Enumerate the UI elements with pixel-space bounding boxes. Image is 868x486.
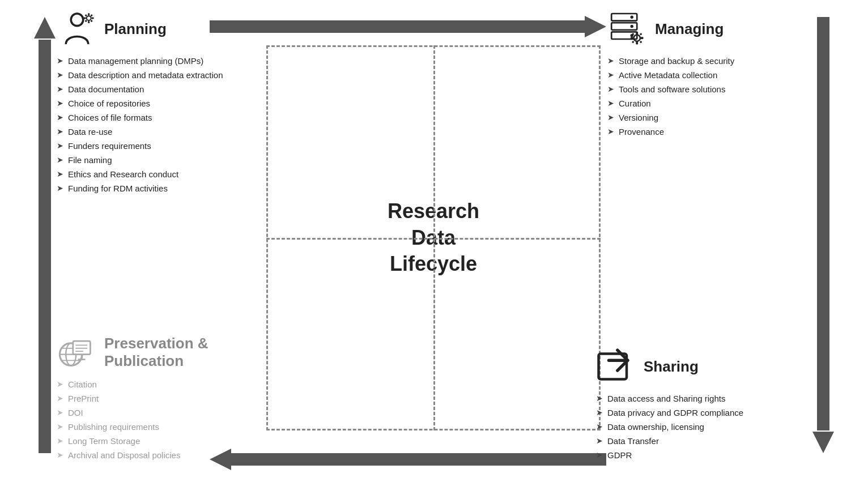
bullet-icon: ➤ [607, 98, 614, 109]
list-item: ➤Ethics and Research conduct [57, 168, 261, 180]
sharing-icon [596, 346, 637, 387]
bullet-icon: ➤ [596, 421, 603, 433]
planning-header: Planning [57, 8, 261, 49]
bullet-icon: ➤ [57, 84, 63, 95]
list-item: ➤PrePrint [57, 393, 272, 404]
list-item: ➤Choices of file formats [57, 112, 261, 123]
bullet-icon: ➤ [57, 56, 63, 67]
panel-sharing: Sharing ➤Data access and Sharing rights … [596, 346, 811, 463]
preservation-list: ➤Citation ➤PrePrint ➤DOI ➤Publishing req… [57, 378, 272, 461]
svg-rect-24 [640, 41, 642, 43]
bullet-icon: ➤ [57, 436, 63, 447]
bullet-icon: ➤ [57, 70, 63, 81]
bullet-icon: ➤ [57, 393, 63, 404]
bullet-icon: ➤ [596, 407, 603, 419]
list-item: ➤Data ownership, licensing [596, 421, 811, 433]
list-item: ➤GDPR [596, 449, 811, 461]
bullet-icon: ➤ [57, 98, 63, 109]
list-item: ➤Data documentation [57, 83, 261, 95]
managing-title: Managing [655, 20, 724, 38]
list-item: ➤Active Metadata collection [607, 69, 811, 81]
svg-rect-22 [640, 33, 642, 35]
planning-icon [57, 8, 97, 49]
arrow-top [210, 16, 606, 37]
svg-rect-23 [632, 41, 634, 43]
list-item: ➤Curation [607, 97, 811, 109]
bullet-icon: ➤ [57, 126, 63, 138]
list-item: ➤Versioning [607, 112, 811, 123]
managing-icon [607, 8, 648, 49]
bullet-icon: ➤ [57, 140, 63, 152]
bullet-icon: ➤ [57, 183, 63, 194]
bullet-icon: ➤ [57, 112, 63, 123]
list-item: ➤Archival and Disposal policies [57, 449, 272, 461]
bullet-icon: ➤ [57, 450, 63, 461]
svg-point-14 [631, 25, 633, 28]
list-item: ➤File naming [57, 154, 261, 166]
svg-rect-5 [92, 18, 94, 19]
bullet-icon: ➤ [57, 407, 63, 419]
svg-point-0 [71, 14, 83, 26]
list-item: ➤Long Term Storage [57, 435, 272, 447]
arrow-left [34, 17, 56, 453]
planning-title: Planning [104, 20, 167, 38]
svg-rect-3 [88, 21, 90, 23]
list-item: ➤Funders requirements [57, 140, 261, 152]
sharing-list: ➤Data access and Sharing rights ➤Data pr… [596, 393, 811, 461]
list-item: ➤DOI [57, 407, 272, 419]
planning-list: ➤Data management planning (DMPs) ➤Data d… [57, 55, 261, 194]
list-item: ➤Storage and backup & security [607, 55, 811, 67]
svg-rect-19 [631, 37, 633, 39]
bullet-icon: ➤ [607, 112, 614, 123]
list-item: ➤Data access and Sharing rights [596, 393, 811, 404]
list-item: ➤Data privacy and GDPR compliance [596, 407, 811, 419]
list-item: ➤Choice of repositories [57, 97, 261, 109]
svg-point-1 [87, 16, 91, 20]
bullet-icon: ➤ [57, 169, 63, 180]
bullet-icon: ➤ [607, 126, 614, 138]
center-v-divider [433, 45, 435, 430]
preservation-title: Preservation & Publication [104, 335, 209, 370]
list-item: ➤Citation [57, 378, 272, 390]
svg-rect-4 [84, 18, 86, 19]
bullet-icon: ➤ [596, 436, 603, 447]
list-item: ➤Data management planning (DMPs) [57, 55, 261, 67]
preservation-icon [57, 332, 97, 373]
list-item: ➤Data Transfer [596, 435, 811, 447]
sharing-header: Sharing [596, 346, 811, 387]
bullet-icon: ➤ [57, 421, 63, 433]
list-item: ➤Tools and software solutions [607, 83, 811, 95]
bullet-icon: ➤ [607, 84, 614, 95]
svg-point-13 [631, 16, 633, 19]
panel-planning: Planning ➤Data management planning (DMPs… [57, 8, 261, 197]
arrow-right [812, 17, 834, 453]
bullet-icon: ➤ [596, 450, 603, 461]
bullet-icon: ➤ [607, 70, 614, 81]
svg-rect-2 [88, 13, 90, 15]
managing-list: ➤Storage and backup & security ➤Active M… [607, 55, 811, 138]
list-item: ➤Provenance [607, 126, 811, 138]
managing-header: Managing [607, 8, 811, 49]
list-item: ➤Data description and metadata extractio… [57, 69, 261, 81]
list-item: ➤Publishing requirements [57, 421, 272, 433]
bullet-icon: ➤ [607, 56, 614, 67]
list-item: ➤Data re-use [57, 126, 261, 138]
bullet-icon: ➤ [57, 379, 63, 390]
list-item: ➤Funding for RDM activities [57, 182, 261, 194]
preservation-header: Preservation & Publication [57, 332, 272, 373]
bullet-icon: ➤ [57, 155, 63, 166]
svg-rect-18 [636, 42, 638, 45]
panel-managing: Managing ➤Storage and backup & security … [607, 8, 811, 140]
sharing-title: Sharing [644, 358, 699, 376]
svg-rect-17 [636, 32, 638, 35]
page-container: ResearchDataLifecycle [0, 0, 868, 486]
svg-rect-20 [641, 37, 644, 39]
panel-preservation: Preservation & Publication ➤Citation ➤Pr… [57, 332, 272, 463]
bullet-icon: ➤ [596, 393, 603, 404]
